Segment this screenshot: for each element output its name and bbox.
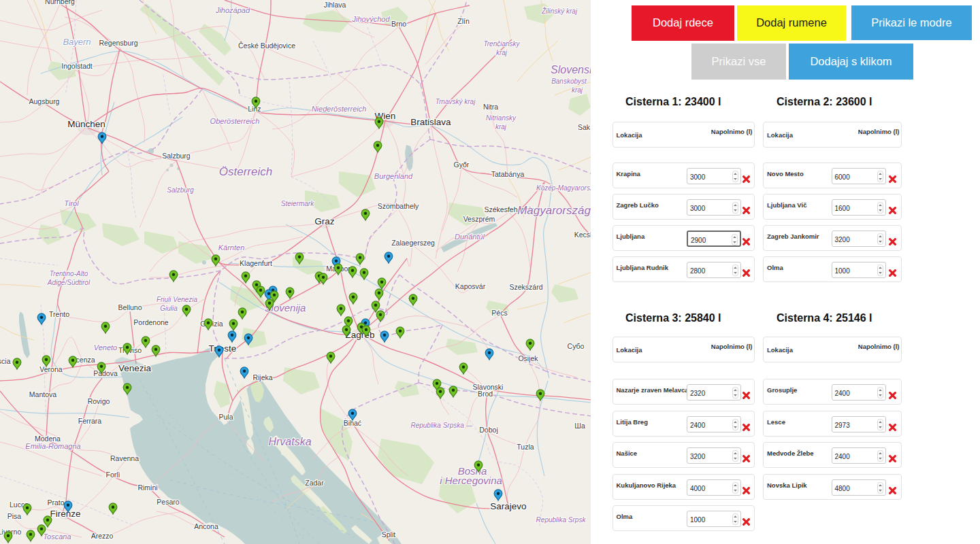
svg-text:Split: Split	[382, 530, 396, 539]
svg-text:Pécs: Pécs	[491, 309, 507, 317]
svg-text:Salzburg: Salzburg	[162, 152, 191, 160]
svg-text:Arezzo: Arezzo	[91, 532, 114, 540]
svg-text:Graz: Graz	[314, 216, 335, 226]
svg-text:Osijek: Osijek	[518, 354, 538, 362]
svg-text:kraj: kraj	[496, 49, 508, 56]
svg-text:Tuzla: Tuzla	[517, 443, 534, 451]
svg-text:Tirol: Tirol	[64, 199, 79, 207]
svg-text:Doboj: Doboj	[479, 426, 497, 434]
svg-text:Dunántúl: Dunántúl	[455, 233, 485, 241]
svg-text:Verona: Verona	[39, 365, 62, 373]
svg-text:Republika Srpsk: Republika Srpsk	[536, 516, 587, 524]
svg-text:Субо: Субо	[568, 342, 585, 350]
svg-text:Trento: Trento	[49, 310, 69, 318]
svg-text:Jihovýchod: Jihovýchod	[351, 15, 390, 23]
svg-text:Kecsk: Kecsk	[574, 231, 591, 239]
svg-text:Hrvatska: Hrvatska	[268, 436, 311, 447]
svg-text:Friuli Venezia: Friuli Venezia	[157, 296, 198, 303]
svg-text:Veneto: Veneto	[94, 343, 117, 352]
svg-text:Jihozápad: Jihozápad	[215, 6, 250, 14]
svg-text:Zalaegerszeg: Zalaegerszeg	[391, 239, 435, 247]
svg-text:Ша: Ша	[574, 422, 585, 430]
svg-text:Pisa: Pisa	[7, 512, 22, 520]
svg-text:Szombathely: Szombathely	[378, 202, 419, 210]
svg-text:Emilia-Romagna: Emilia-Romagna	[25, 442, 80, 450]
svg-text:Steiermark: Steiermark	[281, 200, 314, 207]
svg-text:Kaposvár: Kaposvár	[455, 282, 486, 290]
svg-text:Augsburg: Augsburg	[29, 97, 60, 105]
svg-text:Oberösterreich: Oberösterreich	[210, 117, 260, 125]
svg-text:Klagenfurt: Klagenfurt	[240, 259, 272, 267]
svg-text:Nitriansky: Nitriansky	[486, 114, 517, 122]
svg-text:Regensburg: Regensburg	[99, 39, 137, 47]
svg-text:Österreich: Österreich	[219, 165, 272, 178]
svg-text:Adige/Südtirol: Adige/Südtirol	[47, 279, 91, 286]
svg-text:Zadar: Zadar	[305, 479, 324, 487]
svg-text:Közép-Magyarorsz: Közép-Magyarorsz	[536, 184, 591, 192]
svg-text:Brod: Brod	[478, 390, 493, 398]
svg-text:Prato: Prato	[47, 498, 64, 507]
svg-text:Firenze: Firenze	[50, 509, 80, 519]
svg-text:Veszprém: Veszprém	[463, 215, 495, 223]
svg-text:Niederösterreich: Niederösterreich	[312, 105, 367, 113]
svg-text:České Budějovice: České Budějovice	[238, 41, 295, 50]
svg-text:Jihlava: Jihlava	[324, 1, 346, 9]
svg-text:Sak: Sak	[578, 123, 591, 131]
svg-text:Brescia: Brescia	[0, 357, 11, 365]
svg-text:Žilinský kraj: Žilinský kraj	[541, 7, 578, 15]
svg-text:Brno: Brno	[391, 20, 406, 28]
svg-text:Ferrara: Ferrara	[78, 417, 102, 425]
svg-text:München: München	[67, 119, 105, 129]
svg-text:Salzburg: Salzburg	[167, 186, 194, 194]
svg-text:Belluno: Belluno	[118, 303, 142, 311]
svg-text:Pula: Pula	[218, 413, 233, 421]
svg-text:Pesaro: Pesaro	[157, 498, 179, 506]
svg-text:kraj: kraj	[495, 123, 507, 131]
svg-text:Rijeka: Rijeka	[252, 373, 272, 381]
svg-text:Magyarország: Magyarország	[517, 204, 591, 217]
svg-text:Padova: Padova	[93, 369, 118, 377]
svg-text:Burgenland: Burgenland	[374, 172, 413, 180]
svg-text:Banskobyst: Banskobyst	[551, 78, 587, 85]
svg-text:Kärnten: Kärnten	[218, 243, 245, 252]
svg-text:Zlín: Zlín	[457, 17, 470, 25]
svg-text:Ravenna: Ravenna	[110, 454, 139, 462]
svg-text:Slovensko: Slovensko	[551, 64, 591, 75]
svg-text:Pordenone: Pordenone	[133, 318, 169, 326]
svg-text:Rovigo: Rovigo	[88, 397, 110, 405]
svg-text:Forlì: Forlì	[106, 471, 120, 479]
svg-text:Trentino-Alto: Trentino-Alto	[50, 270, 88, 277]
svg-text:Bratislava: Bratislava	[410, 117, 451, 127]
svg-text:Sarajevo: Sarajevo	[490, 501, 526, 511]
svg-text:Trenčiansky: Trenčiansky	[483, 40, 520, 48]
svg-text:Toscana: Toscana	[43, 532, 71, 541]
svg-text:Nitra: Nitra	[483, 103, 498, 111]
svg-text:Tatabánya: Tatabánya	[491, 170, 525, 178]
svg-text:Republika Srpska —: Republika Srpska —	[410, 422, 473, 429]
svg-text:Ancona: Ancona	[194, 522, 218, 530]
svg-text:Mantova: Mantova	[29, 390, 56, 398]
svg-text:Giulia: Giulia	[160, 305, 178, 312]
svg-text:Szekszárd: Szekszárd	[509, 283, 542, 291]
svg-text:Venezia: Venezia	[118, 363, 152, 373]
svg-text:i Hercegovina: i Hercegovina	[440, 475, 502, 486]
svg-text:Győr: Győr	[454, 160, 470, 169]
svg-text:Bayern: Bayern	[63, 37, 91, 47]
svg-text:kraj: kraj	[572, 86, 583, 94]
svg-text:Trnavský kraj: Trnavský kraj	[436, 98, 476, 105]
svg-text:Ingolstadt: Ingolstadt	[61, 62, 93, 70]
svg-text:Nürnberg: Nürnberg	[45, 0, 75, 5]
svg-text:Rimini: Rimini	[137, 483, 157, 492]
